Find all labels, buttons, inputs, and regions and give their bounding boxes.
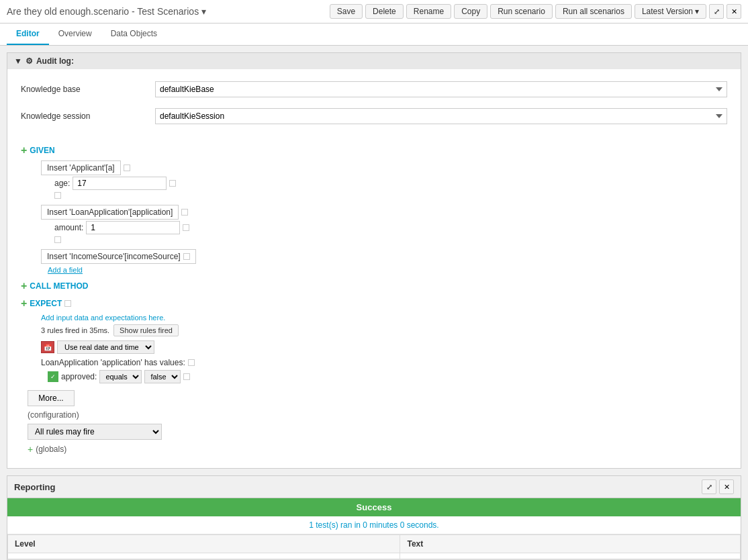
level-column-header: Level (8, 535, 400, 553)
age-label: age: (54, 179, 70, 188)
approved-icon: ✓ (48, 371, 58, 382)
amount-toggle[interactable] (183, 224, 189, 231)
rules-fired-row: 3 rules fired in 35ms. Show rules fired (41, 324, 727, 336)
tab-bar: Editor Overview Data Objects (0, 24, 748, 46)
success-bar: Success (7, 498, 741, 516)
audit-gear-icon: ⚙ (26, 56, 33, 66)
text-cell (400, 553, 741, 559)
date-time-row: 📅 Use real date and time (41, 340, 727, 354)
text-column-header: Text (400, 535, 741, 553)
add-field-box-2[interactable] (54, 236, 61, 243)
insert-applicant-label: Insert 'Applicant'[a] (47, 163, 115, 173)
insert-loan-label: Insert 'LoanApplication'[application] (47, 207, 173, 217)
tab-editor[interactable]: Editor (7, 24, 49, 45)
loan-assertion-text: LoanApplication 'application' has values… (41, 358, 185, 367)
amount-row: amount: (54, 221, 727, 234)
add-field-row-2 (54, 236, 727, 245)
insert-income-header: Insert 'IncomeSource'[incomeSource] (41, 249, 196, 264)
call-method-label: CALL METHOD (30, 281, 88, 291)
values-toggle[interactable] (183, 373, 190, 380)
add-field-row-3[interactable]: Add a field (48, 265, 727, 275)
globals-plus[interactable]: + (28, 444, 33, 455)
reporting-expand-button[interactable]: ⤢ (702, 479, 716, 494)
audit-body: Knowledge base defaultKieBase Knowledge … (7, 69, 741, 468)
expect-toggle[interactable] (64, 300, 71, 307)
reporting-header: Reporting ⤢ ✕ (7, 476, 741, 498)
expect-label: EXPECT (30, 299, 62, 308)
expect-plus[interactable]: + (21, 297, 27, 310)
more-button[interactable]: More... (28, 390, 75, 406)
call-method-plus[interactable]: + (21, 280, 27, 292)
rename-button[interactable]: Rename (406, 4, 451, 19)
config-select[interactable]: All rules may fire (28, 424, 162, 440)
audit-section: ▼ ⚙ Audit log: Knowledge base defaultKie… (7, 52, 741, 469)
run-scenario-button[interactable]: Run scenario (490, 4, 553, 19)
level-cell (8, 553, 400, 559)
close-button[interactable]: ✕ (727, 4, 741, 19)
insert-applicant-header: Insert 'Applicant'[a] (41, 160, 121, 175)
editor-area: + GIVEN Insert 'Applicant'[a] age: (7, 138, 741, 461)
more-config-section: More... (configuration) All rules may fi… (21, 390, 727, 455)
knowledge-base-label: Knowledge base (21, 85, 155, 94)
knowledge-session-row: Knowledge session defaultKieSession (7, 103, 741, 130)
save-button[interactable]: Save (330, 4, 363, 19)
version-button[interactable]: Latest Version ▾ (635, 4, 706, 19)
reporting-title: Reporting (14, 482, 55, 492)
rules-fired-text: 3 rules fired in 35ms. (41, 326, 109, 334)
equals-select[interactable]: equals (99, 370, 142, 383)
insert-income-label: Insert 'IncomeSource'[incomeSource] (47, 252, 181, 261)
amount-input[interactable] (86, 221, 180, 234)
insert-applicant-block: Insert 'Applicant'[a] age: (41, 160, 727, 201)
insert-loan-header: Insert 'LoanApplication'[application] (41, 205, 179, 220)
delete-button[interactable]: Delete (365, 4, 404, 19)
insert-income-toggle[interactable] (183, 253, 190, 260)
insert-income-block: Insert 'IncomeSource'[incomeSource] Add … (41, 249, 727, 275)
knowledge-base-row: Knowledge base defaultKieBase (7, 76, 741, 103)
add-field-box-1[interactable] (54, 192, 61, 199)
knowledge-base-select[interactable]: defaultKieBase (155, 81, 727, 97)
false-select[interactable]: false (144, 370, 181, 383)
tab-data-objects[interactable]: Data Objects (101, 24, 167, 45)
title-text: Are they old enough.scenario - Test Scen… (7, 6, 199, 17)
given-section[interactable]: + GIVEN (21, 144, 727, 156)
insert-loan-toggle[interactable] (181, 209, 188, 216)
audit-title: Audit log: (36, 56, 74, 66)
audit-collapse-icon: ▼ (14, 56, 22, 66)
reporting-section: Reporting ⤢ ✕ Success 1 test(s) ran in 0… (7, 475, 741, 560)
knowledge-session-select[interactable]: defaultKieSession (155, 108, 727, 124)
age-toggle[interactable] (169, 180, 176, 187)
tab-overview[interactable]: Overview (49, 24, 101, 45)
copy-button[interactable]: Copy (454, 4, 487, 19)
age-input[interactable] (73, 177, 167, 190)
expand-button[interactable]: ⤢ (709, 4, 724, 19)
insert-applicant-toggle[interactable] (124, 165, 130, 171)
title-dropdown-icon[interactable]: ▾ (201, 6, 206, 17)
date-time-select[interactable]: Use real date and time (57, 340, 154, 354)
report-table: Level Text (7, 534, 741, 559)
run-all-button[interactable]: Run all scenarios (555, 4, 632, 19)
configuration-label: (configuration) (28, 410, 727, 420)
loan-assertion-row: LoanApplication 'application' has values… (41, 358, 727, 367)
approved-label: approved: (61, 372, 97, 381)
add-field-link[interactable]: Add a field (48, 266, 83, 274)
knowledge-session-label: Knowledge session (21, 111, 155, 121)
amount-label: amount: (54, 223, 83, 232)
add-field-row-1 (54, 191, 727, 201)
show-rules-button[interactable]: Show rules fired (113, 324, 179, 336)
call-method-section[interactable]: + CALL METHOD (21, 280, 727, 292)
reporting-close-button[interactable]: ✕ (719, 479, 734, 494)
page-title: Are they old enough.scenario - Test Scen… (7, 6, 206, 17)
test-result: 1 test(s) ran in 0 minutes 0 seconds. (7, 516, 741, 534)
main-content: ▼ ⚙ Audit log: Knowledge base defaultKie… (0, 46, 748, 560)
given-label: GIVEN (30, 146, 54, 155)
header-buttons: Save Delete Rename Copy Run scenario Run… (330, 4, 741, 19)
globals-section[interactable]: + (globals) (28, 444, 727, 455)
insert-loan-block: Insert 'LoanApplication'[application] am… (41, 205, 727, 245)
loan-assertion-toggle[interactable] (188, 359, 195, 366)
header: Are they old enough.scenario - Test Scen… (0, 0, 748, 24)
add-input-text: Add input data and expectations here. (41, 314, 727, 322)
audit-header[interactable]: ▼ ⚙ Audit log: (7, 53, 741, 69)
version-label: Latest Version (642, 7, 693, 16)
given-plus-icon[interactable]: + (21, 144, 27, 156)
expect-section[interactable]: + EXPECT (21, 297, 727, 310)
